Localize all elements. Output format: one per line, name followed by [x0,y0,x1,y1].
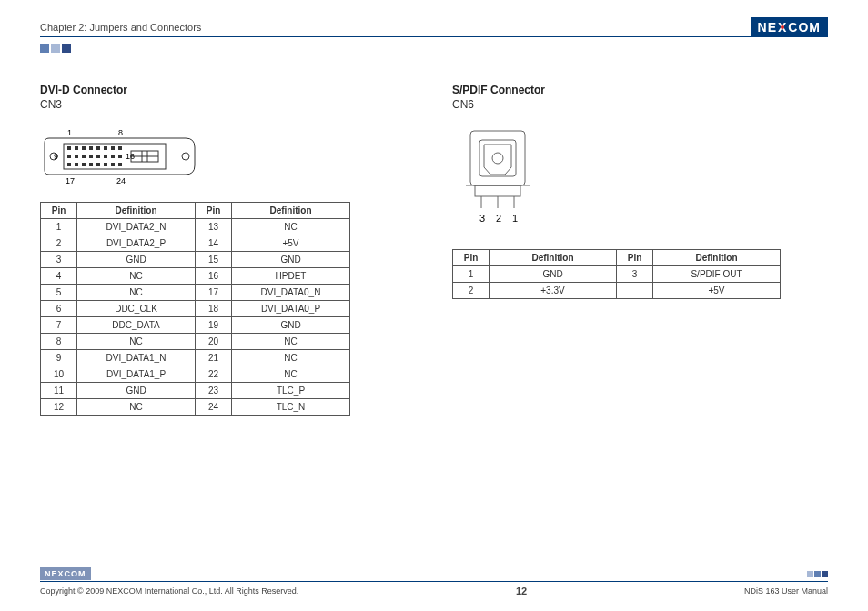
table-header: Definition [653,250,781,266]
table-cell [617,283,653,299]
svg-rect-18 [118,155,122,158]
footer-squares-icon [807,571,828,577]
spdif-pin-label-3: 3 [479,213,485,224]
copyright-text: Copyright © 2009 NEXCOM International Co… [40,586,298,596]
svg-rect-12 [75,155,78,158]
svg-rect-35 [475,185,520,196]
table-header: Pin [196,203,232,219]
table-cell: NC [77,399,196,416]
table-cell: 3 [617,266,653,283]
table-row: 7DDC_DATA19GND [41,317,350,334]
table-cell: 16 [196,268,232,285]
spdif-title: S/PDIF Connector [452,84,828,96]
table-cell: 20 [196,334,232,350]
dvi-section: DVI-D Connector CN3 [40,84,416,416]
table-cell: 1 [41,219,77,235]
table-cell: 3 [41,252,77,268]
table-cell: 9 [41,350,77,366]
svg-rect-21 [82,163,86,166]
svg-rect-4 [75,146,78,150]
table-cell: S/PDIF OUT [653,266,781,283]
table-cell: NC [232,219,350,235]
dvi-title: DVI-D Connector [40,84,416,96]
table-header: Definition [77,203,196,219]
table-cell: 22 [196,366,232,383]
svg-rect-22 [89,163,93,166]
table-row: 1DVI_DATA2_N13NC [41,219,350,235]
dvi-pin-label-16: 16 [126,152,135,161]
table-cell: +3.3V [490,283,617,299]
table-cell: 23 [196,383,232,399]
table-cell: NC [232,350,350,366]
table-cell: 1 [453,266,490,283]
svg-rect-10 [118,146,122,150]
table-cell: DVI_DATA2_P [77,235,196,252]
logo-x-icon: X [778,20,787,35]
table-cell: DVI_DATA1_P [77,366,196,383]
svg-rect-8 [104,146,107,150]
manual-name: NDiS 163 User Manual [744,586,828,596]
svg-rect-17 [111,155,115,158]
dvi-pin-table: PinDefinitionPinDefinition 1DVI_DATA2_N1… [40,202,350,416]
table-row: 4NC16HPDET [41,268,350,285]
dvi-pin-label-17: 17 [66,176,75,185]
table-cell: GND [490,266,617,283]
table-header: Pin [453,250,490,266]
spdif-pin-label-1: 1 [512,213,518,224]
spdif-pin-table: PinDefinitionPinDefinition 1GND3S/PDIF O… [452,249,781,299]
nexcom-logo: NE COM NEXCOM [751,17,828,37]
table-cell: 4 [41,268,77,285]
table-row: 6DDC_CLK18DVI_DATA0_P [41,301,350,317]
table-row: 12NC24TLC_N [41,399,350,416]
table-cell: 5 [41,285,77,301]
table-cell: TLC_P [232,383,350,399]
svg-rect-19 [67,163,71,166]
table-cell: 21 [196,350,232,366]
table-cell: 7 [41,317,77,334]
table-cell: GND [77,252,196,268]
svg-rect-23 [96,163,100,166]
table-header: Pin [41,203,77,219]
footer-logo: NEXCOM [40,567,91,580]
dvi-pin-label-1: 1 [67,128,72,137]
svg-rect-6 [89,146,93,150]
svg-rect-16 [104,155,107,158]
table-cell: 11 [41,383,77,399]
table-header: Definition [232,203,350,219]
table-cell: GND [232,252,350,268]
decorative-squares [40,44,71,53]
table-cell: 8 [41,334,77,350]
table-cell: DDC_CLK [77,301,196,317]
svg-rect-3 [67,146,71,150]
svg-rect-25 [111,163,115,166]
table-cell: NC [77,285,196,301]
svg-point-33 [492,153,503,164]
svg-point-1 [182,153,189,160]
page-number: 12 [516,586,527,596]
table-cell: 2 [453,283,490,299]
table-header: Pin [617,250,653,266]
svg-rect-13 [82,155,86,158]
dvi-sub: CN3 [40,98,416,111]
dvi-pin-label-8: 8 [118,128,123,137]
svg-rect-5 [82,146,86,150]
table-row: 3GND15GND [41,252,350,268]
table-cell: NC [232,334,350,350]
table-cell: NC [77,268,196,285]
table-cell: TLC_N [232,399,350,416]
table-cell: NC [77,334,196,350]
table-cell: 13 [196,219,232,235]
svg-rect-14 [89,155,93,158]
dvi-pin-label-24: 24 [116,176,126,185]
spdif-pin-label-2: 2 [496,213,501,224]
svg-rect-26 [118,163,122,166]
table-row: 8NC20NC [41,334,350,350]
table-cell: 6 [41,301,77,317]
svg-rect-20 [75,163,78,166]
table-cell: HPDET [232,268,350,285]
svg-rect-32 [479,140,516,176]
table-row: 1GND3S/PDIF OUT [453,266,781,283]
table-cell: +5V [653,283,781,299]
table-header: Definition [490,250,617,266]
header-rule [40,36,828,37]
